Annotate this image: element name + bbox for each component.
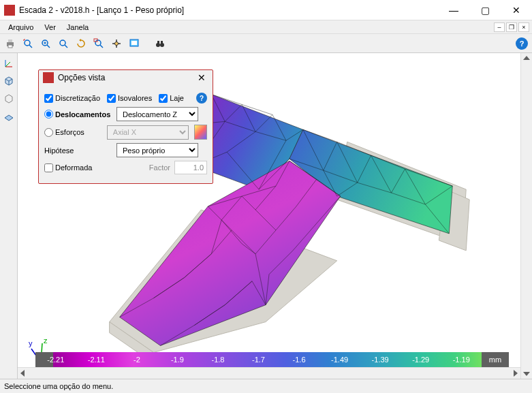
panel-help-icon[interactable]: ? <box>196 93 207 104</box>
svg-point-14 <box>115 42 119 45</box>
left-toolbar <box>0 53 18 379</box>
svg-line-4 <box>29 45 32 48</box>
menu-arquivo[interactable]: Arquivo <box>3 22 39 33</box>
zoom-extents-icon[interactable] <box>20 36 35 51</box>
deslocamentos-radio[interactable]: Deslocamentos <box>44 110 112 119</box>
minimize-button[interactable]: — <box>438 0 469 20</box>
mdi-restore[interactable]: ❐ <box>506 22 517 32</box>
options-panel-titlebar[interactable]: Opções vista ✕ <box>39 70 213 85</box>
print-icon[interactable] <box>3 36 18 51</box>
svg-rect-1 <box>8 40 12 42</box>
mdi-controls: – ❐ × <box>494 22 529 32</box>
deformada-checkbox[interactable]: Deformada <box>44 163 112 172</box>
menubar: Arquivo Ver Janela – ❐ × <box>0 20 532 34</box>
options-panel-title: Opções vista <box>58 73 195 82</box>
svg-line-23 <box>5 62 10 67</box>
discretizacao-checkbox[interactable]: Discretização <box>44 94 100 103</box>
color-scale-bar: -2.21 -2.11 -2 -1.9 -1.8 -1.7 -1.6 -1.49… <box>35 352 509 367</box>
binoculars-icon[interactable] <box>153 36 168 51</box>
factor-label: Factor <box>149 163 170 172</box>
svg-rect-20 <box>161 41 163 44</box>
vertical-scrollbar[interactable] <box>520 53 532 379</box>
rotate-icon[interactable] <box>74 36 89 51</box>
zoom-in-icon[interactable] <box>38 36 53 51</box>
view-tool-icon[interactable] <box>1 91 16 106</box>
svg-rect-2 <box>8 45 12 48</box>
svg-text:y: y <box>29 339 33 347</box>
zoom-window-icon[interactable] <box>56 36 71 51</box>
app-icon <box>4 5 15 16</box>
color-scale-button[interactable] <box>194 125 207 140</box>
viewport-3d[interactable]: Opções vista ✕ Discretização Isovalores … <box>18 53 520 379</box>
svg-rect-19 <box>157 41 159 44</box>
laje-checkbox[interactable]: Laje <box>159 94 184 103</box>
svg-line-12 <box>100 45 103 48</box>
esforcos-select: Axial X <box>107 125 189 140</box>
titlebar: Escada 2 - v2018.h - [Lanço 1 - Peso pró… <box>0 0 532 20</box>
deslocamentos-select[interactable]: Deslocamento Z <box>116 107 198 121</box>
options-panel: Opções vista ✕ Discretização Isovalores … <box>38 69 213 184</box>
mdi-minimize[interactable]: – <box>494 22 505 32</box>
svg-point-9 <box>60 40 65 46</box>
main-area: Opções vista ✕ Discretização Isovalores … <box>0 53 532 379</box>
window-controls: — ▢ ✕ <box>438 0 532 20</box>
maximize-button[interactable]: ▢ <box>469 0 501 20</box>
window-title: Escada 2 - v2018.h - [Lanço 1 - Peso pró… <box>19 5 438 15</box>
color-scale-unit: mm <box>482 352 509 367</box>
svg-line-6 <box>47 45 50 48</box>
cube-tool-icon[interactable] <box>1 74 16 89</box>
svg-text:z: z <box>44 336 48 345</box>
options-panel-body: Discretização Isovalores Laje ? Deslocam… <box>39 85 213 183</box>
color-scale-gradient: -2.21 -2.11 -2 -1.9 -1.8 -1.7 -1.6 -1.49… <box>35 352 482 367</box>
close-button[interactable]: ✕ <box>501 0 532 20</box>
esforcos-radio[interactable]: Esforços <box>44 128 103 137</box>
axis-tool-icon[interactable] <box>1 56 16 71</box>
options-panel-close[interactable]: ✕ <box>195 72 208 83</box>
svg-point-3 <box>25 40 30 46</box>
plane-tool-icon[interactable] <box>1 109 16 124</box>
redraw-icon[interactable] <box>127 36 142 51</box>
horizontal-scrollbar[interactable] <box>18 367 520 379</box>
hipotese-label: Hipótese <box>44 146 112 155</box>
color-scale-labels: -2.21 -2.11 -2 -1.9 -1.8 -1.7 -1.6 -1.49… <box>35 352 482 367</box>
menu-janela[interactable]: Janela <box>61 22 94 33</box>
isovalores-checkbox[interactable]: Isovalores <box>107 94 152 103</box>
svg-point-11 <box>95 40 101 46</box>
factor-input <box>174 161 207 174</box>
statusbar: Seleccione uma opção do menu. <box>0 379 532 393</box>
pan-icon[interactable] <box>109 36 124 51</box>
menu-ver[interactable]: Ver <box>39 22 61 33</box>
zoom-prev-icon[interactable] <box>91 36 106 51</box>
svg-rect-16 <box>131 41 137 45</box>
panel-app-icon <box>43 72 54 83</box>
help-icon[interactable]: ? <box>516 37 528 50</box>
mdi-close[interactable]: × <box>518 22 529 32</box>
toolbar: ? <box>0 34 532 53</box>
svg-line-10 <box>65 45 67 48</box>
hipotese-select[interactable]: Peso próprio <box>116 143 198 157</box>
